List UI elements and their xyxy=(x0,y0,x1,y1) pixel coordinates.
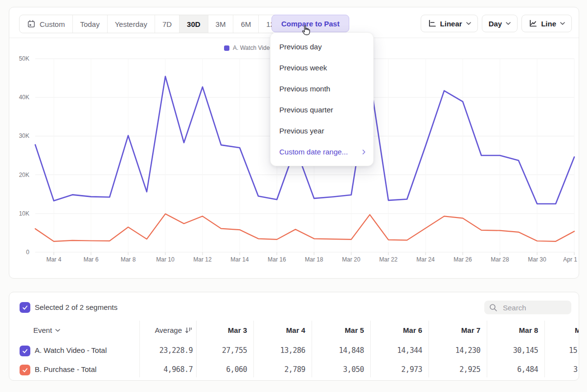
range-6m-button[interactable]: 6M xyxy=(233,15,258,33)
column-divider xyxy=(487,321,487,377)
menu-item-previous-week[interactable]: Previous week xyxy=(271,57,373,78)
cell-value: 3,050 xyxy=(315,365,364,374)
cell-value: 14,230 xyxy=(431,346,480,355)
selected-summary: Selected 2 of 2 segments xyxy=(35,303,117,311)
check-icon xyxy=(22,348,28,354)
menu-item-previous-month[interactable]: Previous month xyxy=(271,78,373,99)
svg-text:Mar 28: Mar 28 xyxy=(491,256,509,263)
menu-item-previous-quarter[interactable]: Previous quarter xyxy=(271,99,373,120)
cell-value: 6,484 xyxy=(489,365,538,374)
cell-value-clipped: 15, xyxy=(569,346,579,355)
date-column-header: Mar 7 xyxy=(431,326,480,334)
sort-descending-icon xyxy=(185,327,193,334)
date-column-header: Mar 8 xyxy=(489,326,538,334)
scale-dropdown-button[interactable]: Linear xyxy=(421,15,478,32)
svg-text:40K: 40K xyxy=(19,94,29,101)
column-divider xyxy=(370,321,371,377)
search-box xyxy=(484,301,571,314)
date-range-segmented-control: Custom Today Yesterday 7D 30D 3M 6M 12M xyxy=(19,15,288,33)
menu-item-previous-year[interactable]: Previous year xyxy=(271,120,373,141)
linear-axis-icon xyxy=(428,19,436,28)
scale-label: Linear xyxy=(440,20,462,28)
cell-value: 2,973 xyxy=(373,365,422,374)
svg-text:Mar 18: Mar 18 xyxy=(305,256,323,263)
svg-text:30K: 30K xyxy=(19,132,29,139)
svg-text:Mar 26: Mar 26 xyxy=(453,256,472,263)
column-divider xyxy=(253,321,254,377)
cell-value: 2,789 xyxy=(256,365,305,374)
svg-text:Mar 12: Mar 12 xyxy=(193,256,212,263)
event-column-header[interactable]: Event xyxy=(33,326,60,334)
column-divider xyxy=(312,321,312,377)
svg-text:Mar 30: Mar 30 xyxy=(528,256,546,263)
date-column-header: Mar 5 xyxy=(315,326,364,334)
svg-text:Mar 10: Mar 10 xyxy=(156,256,175,263)
menu-item-previous-day[interactable]: Previous day xyxy=(271,36,373,57)
range-today-button[interactable]: Today xyxy=(72,15,107,33)
chart-type-dropdown-button[interactable]: Line xyxy=(521,15,572,32)
chevron-down-icon xyxy=(55,329,60,332)
svg-text:Mar 14: Mar 14 xyxy=(230,256,249,263)
average-column-header[interactable]: Average xyxy=(117,326,193,334)
svg-text:Mar 24: Mar 24 xyxy=(416,256,435,263)
legend-swatch xyxy=(224,45,229,51)
menu-item-custom-date-range[interactable]: Custom date range... xyxy=(271,141,373,162)
compare-to-past-menu: Previous day Previous week Previous mont… xyxy=(270,32,374,166)
line-chart-icon xyxy=(528,19,537,28)
svg-text:Mar 22: Mar 22 xyxy=(379,256,398,263)
range-yesterday-button[interactable]: Yesterday xyxy=(107,15,155,33)
check-icon xyxy=(22,367,28,373)
legend-item-watch-video[interactable]: A. Watch Video xyxy=(224,44,273,51)
range-7d-button[interactable]: 7D xyxy=(155,15,179,33)
range-30d-button-selected[interactable]: 30D xyxy=(179,15,208,33)
range-3m-button[interactable]: 3M xyxy=(208,15,233,33)
svg-text:Mar 16: Mar 16 xyxy=(268,256,286,263)
compare-to-past-button[interactable]: Compare to Past xyxy=(271,15,349,32)
chevron-down-icon xyxy=(506,22,511,25)
granularity-dropdown-button[interactable]: Day xyxy=(482,15,518,32)
cell-value: 6,060 xyxy=(198,365,247,374)
date-column-header: Mar 6 xyxy=(373,326,422,334)
chart-controls: Linear Day Line xyxy=(421,15,572,32)
row-checkbox-purchase[interactable] xyxy=(20,365,30,375)
range-custom-label: Custom xyxy=(40,20,65,28)
search-icon xyxy=(489,304,497,312)
column-divider xyxy=(429,321,429,377)
check-icon xyxy=(22,304,28,311)
cell-value: 13,286 xyxy=(256,346,305,355)
cell-value: 14,848 xyxy=(315,346,364,355)
chevron-down-icon xyxy=(560,22,565,25)
cell-value: 2,925 xyxy=(431,365,480,374)
svg-text:0: 0 xyxy=(26,249,29,256)
svg-text:Mar 4: Mar 4 xyxy=(46,256,62,263)
chart-type-label: Line xyxy=(541,20,556,28)
date-column-header: Mar 4 xyxy=(256,326,305,334)
svg-text:Apr 1: Apr 1 xyxy=(563,256,577,263)
cell-average: 4,968.7 xyxy=(117,365,193,374)
calendar-icon xyxy=(27,20,36,28)
cell-value: 27,755 xyxy=(198,346,247,355)
date-column-header-clipped: M xyxy=(575,326,579,334)
chevron-right-icon xyxy=(362,150,365,154)
range-custom-button[interactable]: Custom xyxy=(20,15,72,33)
legend-label: A. Watch Video xyxy=(233,44,273,51)
svg-text:50K: 50K xyxy=(19,55,29,62)
column-divider xyxy=(544,321,545,377)
cell-average: 23,228.9 xyxy=(117,346,193,355)
column-divider xyxy=(196,321,197,377)
svg-text:Mar 20: Mar 20 xyxy=(342,256,361,263)
analytics-dashboard: Custom Today Yesterday 7D 30D 3M 6M 12M … xyxy=(0,0,587,392)
chevron-down-icon xyxy=(466,22,471,25)
granularity-label: Day xyxy=(489,20,502,28)
svg-text:Mar 8: Mar 8 xyxy=(121,256,136,263)
segments-table-panel: Selected 2 of 2 segments Event Average xyxy=(9,292,579,381)
select-all-checkbox[interactable] xyxy=(20,302,30,313)
row-label-purchase: B. Purchase - Total xyxy=(35,365,96,373)
row-checkbox-watch-video[interactable] xyxy=(20,346,30,356)
svg-text:20K: 20K xyxy=(19,172,29,178)
svg-text:10K: 10K xyxy=(19,210,29,217)
cell-value-clipped: 3, xyxy=(573,365,579,374)
date-column-header: Mar 3 xyxy=(198,326,247,334)
cell-value: 30,145 xyxy=(489,346,538,355)
search-input[interactable] xyxy=(502,303,567,312)
